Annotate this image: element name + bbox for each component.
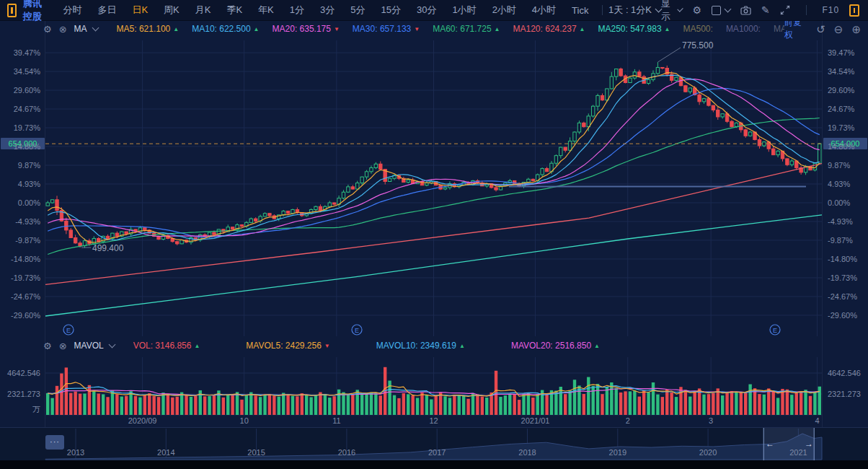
fullscreen-expand-icon[interactable] xyxy=(780,5,790,15)
svg-text:E: E xyxy=(773,327,777,334)
date-label-2021/01: 2021/01 xyxy=(521,416,550,425)
tab-月K[interactable]: 月K xyxy=(187,4,219,17)
navigator-handle-right-arrow[interactable]: → xyxy=(805,439,813,449)
indicator-value-VOL: VOL: 3146.856▲ xyxy=(133,341,200,351)
tab-多日[interactable]: 多日 xyxy=(89,4,124,17)
axis-label-left: 4.93% xyxy=(0,180,40,189)
indicator-label: MAVOL20: 2516.850 xyxy=(511,341,591,351)
axis-label-right: 39.47% xyxy=(828,48,854,58)
draw-pencil-icon[interactable]: ✎ xyxy=(761,5,770,15)
indicator-value-MA30: MA30: 657.133▼ xyxy=(353,24,420,34)
display-label: 显示 xyxy=(661,0,674,23)
vol-axis-label-left: 4642.546 xyxy=(0,369,40,378)
f10-button[interactable]: F10 xyxy=(823,5,840,15)
chevron-down-icon xyxy=(678,6,684,12)
indicator-settings-gear-icon[interactable]: ⚙ xyxy=(43,25,52,34)
zoom-in-icon[interactable]: ⊕ xyxy=(851,24,861,35)
year-label-2019: 2019 xyxy=(609,448,626,457)
vol-axis-label-right: 2321.273 xyxy=(828,390,861,399)
display-dropdown[interactable]: 显示 xyxy=(661,0,682,23)
indicator-value-MA60: MA60: 671.725▲ xyxy=(433,24,500,34)
axis-label-left: -14.80% xyxy=(0,255,40,264)
vol-axis-label-right: 4642.546 xyxy=(828,369,861,378)
trend-arrow-up: ▲ xyxy=(194,343,200,349)
tab-季K[interactable]: 季K xyxy=(218,4,250,17)
indicator-label: MA500: xyxy=(683,24,713,34)
axis-label-left: 14.80% xyxy=(0,142,40,152)
tab-日K[interactable]: 日K xyxy=(124,4,156,17)
tab-1分[interactable]: 1分 xyxy=(282,4,312,17)
indicator-label: VOL: 3146.856 xyxy=(133,341,192,351)
screenshot-camera-icon[interactable] xyxy=(740,6,751,15)
date-label-12: 12 xyxy=(429,416,438,425)
year-label-2017: 2017 xyxy=(428,448,446,457)
mavol-dropdown[interactable]: MAVOL xyxy=(74,341,115,351)
axis-label-right: 0.00% xyxy=(828,198,850,208)
axis-label-left: 19.73% xyxy=(0,123,40,133)
tab-3分[interactable]: 3分 xyxy=(312,4,342,17)
indicator-label: MA30: 657.133 xyxy=(353,24,411,34)
stock-name[interactable]: 腾讯控股 xyxy=(23,0,45,23)
navigator-handle-left-arrow[interactable]: ← xyxy=(766,439,774,449)
ma-values: MA5: 621.100▲MA10: 622.500▲MA20: 635.175… xyxy=(117,24,784,34)
axis-label-right: 29.60% xyxy=(828,86,854,95)
axis-label-left: 24.67% xyxy=(0,105,40,114)
indicator-label: MA60: 671.725 xyxy=(433,24,491,34)
axis-label-left: -29.60% xyxy=(0,311,40,320)
toolbar-right: 显示 ⚙ ✎ F10 xyxy=(661,0,868,23)
toolbar-divider xyxy=(602,5,603,15)
tab-2小时[interactable]: 2小时 xyxy=(484,4,524,17)
indicator-label: MA20: 635.175 xyxy=(273,24,331,34)
tab-15分[interactable]: 15分 xyxy=(373,4,408,17)
trading-app: EEE 腾讯控股 分时多日日K周K月K季K年K1分3分5分15分30分1小时2小… xyxy=(0,0,868,469)
axis-label-right: 9.87% xyxy=(828,161,850,170)
chevron-down-icon xyxy=(725,6,732,13)
axis-label-left: 34.54% xyxy=(0,67,40,76)
indicator-value-MA1000: MA1000: xyxy=(726,24,761,34)
axis-label-left: 0.00% xyxy=(0,198,40,208)
vol-indicator-bar: ⚙ ⊗ MAVOL VOL: 3146.856▲MAVOL5: 2429.256… xyxy=(0,337,868,354)
indicator-value-MA250: MA250: 547.983▲ xyxy=(598,24,670,34)
year-label-2014: 2014 xyxy=(157,448,174,457)
custom-period-dropdown[interactable]: 1天 : 1分K xyxy=(608,4,661,17)
year-label-2018: 2018 xyxy=(518,448,536,457)
axis-label-right: -4.93% xyxy=(828,217,853,227)
tab-分时[interactable]: 分时 xyxy=(55,4,89,17)
svg-text:E: E xyxy=(66,327,71,334)
indicator-close-icon[interactable]: ⊗ xyxy=(59,25,67,34)
main-chart-canvas[interactable]: EEE xyxy=(0,0,868,469)
kline-toggle-icon[interactable] xyxy=(849,4,859,17)
tab-周K[interactable]: 周K xyxy=(156,4,187,17)
tab-30分[interactable]: 30分 xyxy=(409,4,444,17)
indicator-label: MA10: 622.500 xyxy=(192,24,250,34)
trend-arrow-down: ▼ xyxy=(334,26,340,32)
indicator-settings-gear-icon[interactable]: ⚙ xyxy=(43,341,52,351)
indicator-label: MA5: 621.100 xyxy=(117,24,171,34)
square-icon xyxy=(712,6,721,15)
year-label-2015: 2015 xyxy=(247,448,265,457)
reset-zoom-icon[interactable]: ↺ xyxy=(816,24,825,35)
tab-年K[interactable]: 年K xyxy=(250,4,282,17)
indicator-close-icon[interactable]: ⊗ xyxy=(59,341,67,351)
navigator-border xyxy=(0,427,868,428)
tab-Tick[interactable]: Tick xyxy=(564,5,596,16)
topbar: 腾讯控股 分时多日日K周K月K季K年K1分3分5分15分30分1小时2小时4小时… xyxy=(0,0,868,21)
ma-dropdown[interactable]: MA xyxy=(74,24,98,34)
settings-gear-icon[interactable]: ⚙ xyxy=(692,5,701,15)
zoom-out-icon[interactable]: ⊖ xyxy=(834,24,843,35)
indicator-label: MA1: xyxy=(774,24,784,34)
axis-label-right: -19.73% xyxy=(828,273,857,283)
tab-4小时[interactable]: 4小时 xyxy=(524,4,564,17)
axis-label-right: -24.67% xyxy=(828,292,857,302)
year-label-2021: 2021 xyxy=(789,448,807,457)
tab-1小时[interactable]: 1小时 xyxy=(444,4,484,17)
tab-5分[interactable]: 5分 xyxy=(342,4,373,17)
indicator-value-MA5: MA5: 621.100▲ xyxy=(117,24,180,34)
date-label-2020/09: 2020/09 xyxy=(128,416,157,425)
axis-label-right: 34.54% xyxy=(828,67,854,76)
indicator-value-MA120: MA120: 624.237▲ xyxy=(513,24,585,34)
chart-type-dropdown[interactable] xyxy=(712,6,730,15)
navigator-more-button[interactable]: ··· xyxy=(45,435,64,450)
indicator-value-MA20: MA20: 635.175▼ xyxy=(273,24,340,34)
trend-arrow-up: ▲ xyxy=(459,343,465,349)
